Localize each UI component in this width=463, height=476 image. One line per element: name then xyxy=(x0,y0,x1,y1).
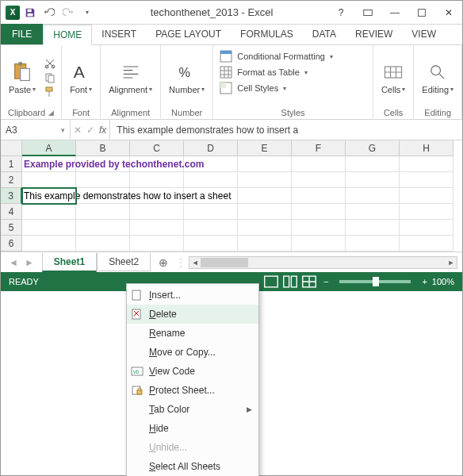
zoom-in-icon[interactable]: + xyxy=(422,277,427,286)
tab-data[interactable]: DATA xyxy=(303,24,346,44)
copy-icon[interactable] xyxy=(44,71,56,84)
row-header[interactable]: 5 xyxy=(1,220,22,236)
cell[interactable] xyxy=(292,220,346,236)
cell[interactable] xyxy=(238,236,292,251)
save-icon[interactable] xyxy=(21,4,39,21)
formula-input[interactable]: This example demonstrates how to insert … xyxy=(110,120,462,140)
minimize-icon[interactable]: — xyxy=(381,2,408,24)
view-page-layout-icon[interactable] xyxy=(281,274,299,289)
menu-protect-sheet[interactable]: Protect Sheet... xyxy=(127,381,258,400)
cell[interactable] xyxy=(22,172,76,188)
cell[interactable] xyxy=(76,156,130,172)
cell[interactable] xyxy=(400,156,453,172)
cell[interactable] xyxy=(292,156,346,172)
menu-insert[interactable]: Insert... xyxy=(127,286,258,305)
cell[interactable] xyxy=(346,236,400,251)
tab-home[interactable]: HOME xyxy=(43,25,92,45)
enter-formula-icon[interactable]: ✓ xyxy=(86,125,94,136)
col-header[interactable]: C xyxy=(130,140,184,156)
new-sheet-icon[interactable]: ⊕ xyxy=(151,256,176,269)
scroll-thumb[interactable] xyxy=(201,258,248,267)
help-icon[interactable]: ? xyxy=(327,2,354,24)
cell[interactable] xyxy=(184,172,238,188)
menu-tab-color[interactable]: Tab Color▶ xyxy=(127,400,258,419)
view-normal-icon[interactable] xyxy=(262,274,280,289)
col-header[interactable]: B xyxy=(76,140,130,156)
cell[interactable] xyxy=(130,156,184,172)
menu-rename[interactable]: Rename xyxy=(127,324,258,343)
cell[interactable] xyxy=(130,204,184,220)
zoom-slider[interactable] xyxy=(339,280,411,283)
col-header[interactable]: F xyxy=(292,140,346,156)
number-button[interactable]: % Number▾ xyxy=(166,60,208,96)
cell[interactable] xyxy=(184,220,238,236)
tab-file[interactable]: FILE xyxy=(1,24,43,44)
cell[interactable] xyxy=(400,220,453,236)
cell[interactable] xyxy=(292,188,346,204)
cell[interactable] xyxy=(76,204,130,220)
cell-styles-button[interactable]: Cell Styles▾ xyxy=(218,80,368,96)
view-page-break-icon[interactable] xyxy=(300,274,318,289)
cell[interactable] xyxy=(184,204,238,220)
row-header[interactable]: 1 xyxy=(1,156,22,172)
name-box[interactable]: A3▾ xyxy=(1,120,71,140)
sheet-tab-sheet2[interactable]: Sheet2 xyxy=(97,253,151,271)
format-painter-icon[interactable] xyxy=(44,86,56,98)
alignment-button[interactable]: Alignment▾ xyxy=(105,60,155,96)
cell[interactable] xyxy=(130,220,184,236)
row-header[interactable]: 2 xyxy=(1,172,22,188)
menu-hide[interactable]: Hide xyxy=(127,419,258,438)
col-header[interactable]: H xyxy=(400,140,453,156)
cell[interactable] xyxy=(184,188,238,204)
format-as-table-button[interactable]: Format as Table▾ xyxy=(218,64,368,80)
row-header[interactable]: 6 xyxy=(1,236,22,251)
row-header[interactable]: 3 xyxy=(1,188,22,204)
cell[interactable] xyxy=(400,204,453,220)
maximize-icon[interactable] xyxy=(408,2,435,24)
cell[interactable] xyxy=(22,204,76,220)
row-header[interactable]: 4 xyxy=(1,204,22,220)
tab-insert[interactable]: INSERT xyxy=(92,24,146,44)
cell[interactable] xyxy=(346,156,400,172)
cell-A1[interactable] xyxy=(22,156,76,172)
scroll-left-icon[interactable]: ◄ xyxy=(189,259,201,267)
font-button[interactable]: A Font▾ xyxy=(67,60,95,96)
horizontal-scrollbar[interactable]: ◄ ► xyxy=(189,256,457,269)
cell[interactable] xyxy=(22,220,76,236)
cell[interactable] xyxy=(346,172,400,188)
fx-icon[interactable]: fx xyxy=(99,125,106,136)
cell[interactable] xyxy=(400,188,453,204)
cell[interactable] xyxy=(238,204,292,220)
cells-button[interactable]: Cells▾ xyxy=(378,60,408,96)
redo-icon[interactable] xyxy=(59,4,77,21)
menu-move-copy[interactable]: Move or Copy... xyxy=(127,343,258,362)
dialog-launcher-icon[interactable]: ◢ xyxy=(48,109,54,117)
cancel-formula-icon[interactable]: ✕ xyxy=(74,125,82,136)
cell[interactable] xyxy=(400,172,453,188)
worksheet-grid[interactable]: A B C D E F G H 1 Example provided by te… xyxy=(1,140,462,251)
conditional-formatting-button[interactable]: Conditional Formatting▾ xyxy=(218,48,368,64)
sheet-next-icon[interactable]: ► xyxy=(25,257,34,268)
undo-icon[interactable] xyxy=(40,4,58,21)
cell[interactable] xyxy=(292,236,346,251)
tab-review[interactable]: REVIEW xyxy=(346,24,402,44)
tab-view[interactable]: VIEW xyxy=(402,24,446,44)
cell[interactable] xyxy=(238,156,292,172)
select-all-corner[interactable] xyxy=(1,140,22,156)
qat-customize-icon[interactable]: ▾ xyxy=(78,4,96,21)
cell[interactable] xyxy=(346,204,400,220)
tab-formulas[interactable]: FORMULAS xyxy=(231,24,303,44)
zoom-out-icon[interactable]: − xyxy=(323,277,328,286)
sheet-prev-icon[interactable]: ◄ xyxy=(9,257,18,268)
tab-page-layout[interactable]: PAGE LAYOUT xyxy=(146,24,231,44)
cell[interactable] xyxy=(76,188,130,204)
scroll-right-icon[interactable]: ► xyxy=(446,259,457,267)
cell-A3[interactable] xyxy=(22,188,76,204)
cell[interactable] xyxy=(346,188,400,204)
menu-delete[interactable]: Delete xyxy=(127,305,258,324)
col-header[interactable]: A xyxy=(22,140,76,156)
cell[interactable] xyxy=(76,220,130,236)
cell[interactable] xyxy=(130,172,184,188)
cell[interactable] xyxy=(184,236,238,251)
col-header[interactable]: E xyxy=(238,140,292,156)
